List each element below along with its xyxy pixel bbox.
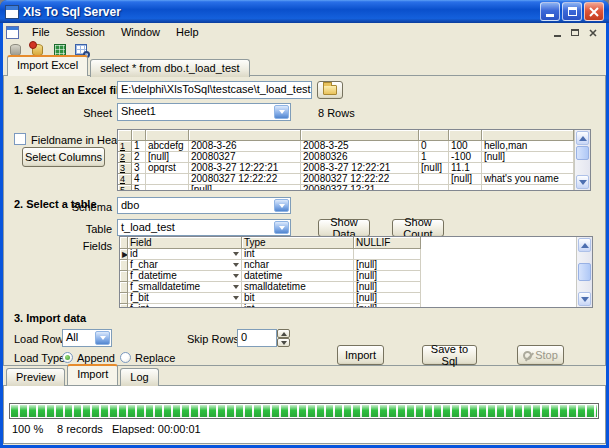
table-select[interactable]: t_load_test [117,219,291,236]
grid-cell[interactable]: ... [146,185,189,191]
dropdown-button[interactable] [274,105,289,119]
tab-import-excel[interactable]: Import Excel [7,55,88,76]
grid-cell[interactable]: hello,man [482,141,574,152]
chevron-down-icon[interactable] [233,285,239,289]
grid-cell[interactable] [449,185,482,191]
tab-import[interactable]: Import [67,364,118,385]
grid-cell[interactable]: 5 [132,185,146,191]
type-cell[interactable]: int [242,249,354,260]
append-radio[interactable] [62,352,73,363]
browse-file-button[interactable] [317,81,343,99]
grid-cell[interactable]: 3 [132,163,146,174]
tab-log[interactable]: Log [120,368,158,386]
excel-file-input[interactable]: E:\delphi\XlsToSql\testcase\t_load_test.… [117,81,312,99]
grid-cell[interactable]: 2008-3-25 [301,141,419,152]
type-cell[interactable]: bit [242,293,354,304]
fieldname-header-checkbox[interactable] [14,133,26,145]
nullif-cell[interactable]: [null] [354,282,421,293]
load-rows-select[interactable]: All [62,329,112,347]
grid-cell[interactable]: 20080327 12:22:22 [189,174,301,185]
grid-cell[interactable] [482,163,574,174]
nullif-cell[interactable]: [null] [354,260,421,271]
grid-cell[interactable]: [null] [189,185,301,191]
mdi-restore-button[interactable] [569,27,581,39]
field-cell[interactable]: f_bit [128,293,242,304]
mdi-close-button[interactable] [587,27,599,39]
dropdown-button[interactable] [274,221,289,234]
excel-preview-grid[interactable]: 1 1 abcdefg 2008-3-26 2008-3-25 0 100 he… [117,129,591,191]
save-to-sql-button[interactable]: Save to Sql [422,345,477,365]
nullif-cell[interactable]: [null] [354,304,421,308]
grid-cell[interactable]: 20080327 [189,152,301,163]
maximize-button[interactable] [562,2,582,21]
scrollbar-thumb[interactable] [578,263,591,281]
grid-cell[interactable]: 2008-3-26 [189,141,301,152]
grid-cell[interactable]: [null] [146,152,189,163]
field-cell[interactable]: id [128,249,242,260]
schema-select[interactable]: dbo [117,197,291,214]
row-indicator[interactable]: 2 [118,152,132,163]
grid-cell[interactable]: -100 [449,152,482,163]
grid-cell[interactable]: 20080327 12:21 [301,185,419,191]
show-count-button[interactable]: Show Count [392,219,444,237]
grid-cell[interactable]: 4 [132,174,146,185]
chevron-down-icon[interactable] [233,296,239,300]
import-button[interactable]: Import [337,345,384,365]
type-cell[interactable]: nchar [242,260,354,271]
grid-cell[interactable] [146,174,189,185]
vertical-scrollbar[interactable] [576,237,592,307]
field-cell[interactable]: f_char [128,260,242,271]
dropdown-button[interactable] [274,199,289,212]
dropdown-button[interactable] [95,331,110,345]
field-cell[interactable]: f_int [128,304,242,308]
chevron-down-icon[interactable] [233,274,239,278]
mdi-minimize-button[interactable] [551,27,563,39]
tab-select-query[interactable]: select * from dbo.t_load_test [90,59,249,77]
scroll-down-button[interactable] [576,175,589,189]
nullif-cell[interactable]: [null] [354,293,421,304]
scroll-down-button[interactable] [578,292,591,306]
chevron-down-icon[interactable] [233,252,239,256]
spin-down-button[interactable] [277,338,290,347]
show-data-button[interactable]: Show Data [318,219,370,237]
field-cell[interactable]: f_smalldatetime [128,282,242,293]
menu-file[interactable]: File [25,25,57,40]
menu-help[interactable]: Help [169,25,206,40]
nullif-cell[interactable]: [null] [354,271,421,282]
type-cell[interactable]: int [242,304,354,308]
grid-cell[interactable]: [null] [449,174,482,185]
grid-cell[interactable]: 2 [132,152,146,163]
grid-cell[interactable]: [null] [419,163,449,174]
type-cell[interactable]: smalldatetime [242,282,354,293]
grid-cell[interactable]: [null] [482,152,574,163]
grid-cell[interactable]: 20080327 12:22:22 [301,174,419,185]
field-cell[interactable]: f_datetime [128,271,242,282]
fields-grid[interactable]: Field Type NULLIF ▶ id int f_char nchar … [119,236,593,308]
skip-rows-input[interactable]: 0 [237,329,277,347]
scroll-up-button[interactable] [576,131,589,145]
grid-cell[interactable]: abcdefg [146,141,189,152]
row-indicator[interactable]: 3 [118,163,132,174]
grid-cell[interactable] [419,185,449,191]
nullif-cell[interactable] [354,249,421,260]
grid-cell[interactable]: 1 [419,152,449,163]
row-indicator[interactable]: 5 [118,185,132,191]
menu-session[interactable]: Session [59,25,112,40]
grid-cell[interactable] [482,185,574,191]
close-button[interactable] [584,2,604,21]
chevron-down-icon[interactable] [233,263,239,267]
type-cell[interactable]: datetime [242,271,354,282]
grid-cell[interactable]: 0 [419,141,449,152]
grid-cell[interactable]: 2008-3-27 12:22:21 [301,163,419,174]
tab-preview[interactable]: Preview [6,368,65,386]
scroll-up-button[interactable] [578,238,591,252]
select-columns-button[interactable]: Select Columns [22,147,105,167]
sheet-select[interactable]: Sheet1 [117,103,291,121]
spin-up-button[interactable] [277,329,290,338]
row-indicator[interactable]: 1 [118,141,132,152]
vertical-scrollbar[interactable] [574,130,590,190]
grid-cell[interactable]: opqrst [146,163,189,174]
grid-cell[interactable]: 20080326 [301,152,419,163]
grid-cell[interactable] [419,174,449,185]
menu-window[interactable]: Window [114,25,167,40]
